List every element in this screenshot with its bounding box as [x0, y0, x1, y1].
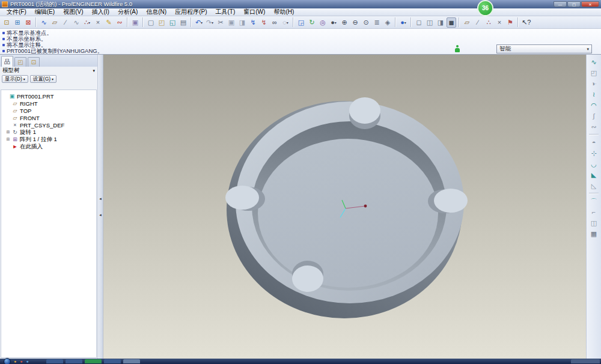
- redo-icon[interactable]: ↷ ▾: [205, 17, 215, 28]
- draft-tool-icon[interactable]: ◺: [588, 181, 599, 190]
- shaded-icon[interactable]: ◼: [447, 17, 456, 28]
- menu-item[interactable]: 窗口(W): [239, 8, 269, 16]
- tree-item[interactable]: ▱ FRONT: [1, 114, 96, 121]
- swept-blend-tool-icon[interactable]: ∫: [588, 111, 599, 121]
- sketch-tool-icon[interactable]: ▦: [588, 229, 599, 238]
- folder-browser-tab[interactable]: ◰: [14, 57, 26, 67]
- helical-sweep-tool-icon[interactable]: ∾: [588, 122, 599, 132]
- paste-icon[interactable]: ◨: [237, 17, 247, 28]
- cut-icon[interactable]: ✂: [216, 17, 225, 28]
- ashtray-model-canvas[interactable]: [103, 55, 586, 359]
- selection-filter-dropdown[interactable]: 智能 ▾: [496, 44, 592, 53]
- settings-dropdown-button[interactable]: 设置(G) ▾: [30, 75, 56, 83]
- revolve-tool-icon[interactable]: ◑ ·: [588, 79, 599, 88]
- window-close-icon[interactable]: ⊠: [23, 17, 33, 28]
- open-file-icon[interactable]: ◰: [157, 17, 166, 28]
- no-hidden-icon[interactable]: ◨: [436, 17, 445, 28]
- menu-item[interactable]: 分析(A): [114, 8, 142, 16]
- print-icon[interactable]: ▤: [178, 17, 188, 28]
- view-manager-icon[interactable]: ◈: [383, 17, 392, 28]
- copy-icon[interactable]: ▣: [227, 17, 236, 28]
- style-curve-icon[interactable]: ∾: [115, 17, 124, 28]
- appearance-sphere-icon[interactable]: ● ▾: [329, 17, 338, 28]
- collapse-arrow-icon[interactable]: ◂: [99, 196, 102, 201]
- menu-item[interactable]: 工具(T): [212, 8, 240, 16]
- regenerate-icon[interactable]: ↯: [248, 17, 258, 28]
- copy-geometry-icon[interactable]: ▣: [130, 17, 140, 28]
- undo-icon[interactable]: ↶ ▾: [194, 17, 204, 28]
- model-tree-tab[interactable]: 品: [1, 56, 13, 67]
- extrude-tool-icon[interactable]: ◰: [588, 68, 599, 77]
- minimize-button[interactable]: —: [554, 1, 567, 7]
- orient-mode-icon[interactable]: ↻: [307, 17, 317, 28]
- 3d-viewport[interactable]: [103, 55, 586, 359]
- zoom-in-icon[interactable]: ⊕: [340, 17, 349, 28]
- select-box-icon[interactable]: ◌ ▾: [281, 17, 290, 28]
- tree-item[interactable]: ▱ RIGHT: [1, 100, 96, 107]
- boundary-blend-tool-icon[interactable]: ◠: [588, 100, 599, 110]
- hidden-line-icon[interactable]: ◫: [425, 17, 435, 28]
- datum-point-icon[interactable]: ∴ ▾: [82, 17, 92, 28]
- display-style-icon[interactable]: ● ▾: [398, 17, 408, 28]
- tree-item[interactable]: × PRT_CSYS_DEF: [1, 121, 96, 129]
- shell-tool-icon[interactable]: ◡: [588, 159, 599, 169]
- window-new-icon[interactable]: ⊡: [2, 17, 11, 28]
- taskbar-window-button[interactable]: [46, 359, 63, 363]
- show-dropdown-button[interactable]: 显示(D) ▾: [2, 75, 28, 83]
- menu-item[interactable]: 视图(V): [59, 8, 87, 16]
- menu-item[interactable]: 插入(I): [87, 8, 113, 16]
- taskbar-window-button[interactable]: [66, 359, 82, 363]
- window-activate-icon[interactable]: ⊞: [13, 17, 22, 28]
- mirror-tool-icon[interactable]: ◫: [588, 218, 599, 228]
- datum-plane-icon[interactable]: ▱: [50, 17, 59, 28]
- datum-curve-icon[interactable]: ∿: [39, 17, 49, 28]
- refit-icon[interactable]: ⊙: [361, 17, 371, 28]
- chevron-down-icon[interactable]: ▾: [93, 68, 95, 73]
- datum-csys-toggle-icon[interactable]: ×: [495, 17, 504, 28]
- layer-icon[interactable]: ≣: [372, 17, 382, 28]
- start-button[interactable]: [4, 358, 11, 364]
- menu-item[interactable]: 文件(F): [2, 8, 31, 16]
- zoom-out-icon[interactable]: ⊖: [350, 17, 360, 28]
- style-tool-icon[interactable]: ∿: [588, 57, 599, 67]
- annotations-toggle-icon[interactable]: ⚑: [505, 17, 515, 28]
- datum-planes-toggle-icon[interactable]: ▱: [462, 17, 472, 28]
- datum-csys-icon[interactable]: ×: [93, 17, 103, 28]
- collapse-arrow-icon[interactable]: ◂: [99, 213, 102, 217]
- round-tool-icon[interactable]: ⌒: [588, 196, 599, 206]
- spin-center-icon[interactable]: ◎: [318, 17, 328, 28]
- menu-item[interactable]: 信息(N): [142, 8, 171, 16]
- rib-tool-icon[interactable]: ◣: [588, 170, 599, 180]
- tree-item[interactable]: ► 在此插入: [1, 143, 96, 150]
- datum-axes-toggle-icon[interactable]: ∕: [473, 17, 483, 28]
- tree-item[interactable]: ⊞ ↻ 旋转 1: [1, 129, 96, 136]
- datum-points-toggle-icon[interactable]: ∴: [484, 17, 493, 28]
- taskbar-window-button[interactable]: [123, 359, 140, 363]
- find-icon[interactable]: ∞: [270, 17, 279, 28]
- maximize-button[interactable]: ▢: [567, 1, 581, 7]
- tree-item[interactable]: ▣ PRT0001.PRT: [1, 93, 96, 100]
- sketch-icon[interactable]: ✎: [104, 17, 114, 28]
- panel-splitter[interactable]: ◂◂: [98, 55, 103, 359]
- close-button[interactable]: ✕: [581, 1, 599, 7]
- save-icon[interactable]: ◱: [168, 17, 177, 28]
- auto-regenerate-icon[interactable]: ↯: [259, 17, 269, 28]
- new-file-icon[interactable]: ▢: [146, 17, 156, 28]
- context-help-icon[interactable]: ↖?: [521, 17, 531, 28]
- taskbar-icon[interactable]: ●: [14, 359, 16, 363]
- tree-item[interactable]: ⊞ ⊞ 阵列 1 / 拉伸 1: [1, 136, 96, 143]
- menu-item[interactable]: 应用程序(P): [171, 8, 211, 16]
- taskbar-window-button[interactable]: [85, 359, 102, 363]
- ashtray-model[interactable]: [225, 97, 468, 318]
- tree-item[interactable]: ▱ TOP: [1, 107, 96, 114]
- chamfer-tool-icon[interactable]: ⌐: [588, 207, 599, 217]
- taskbar-icon[interactable]: ●: [20, 359, 22, 363]
- taskbar-window-button[interactable]: [104, 359, 121, 363]
- variable-section-sweep-tool-icon[interactable]: ≀: [588, 89, 599, 99]
- wireframe-icon[interactable]: ◻: [414, 17, 424, 28]
- repaint-icon[interactable]: ◲: [296, 17, 306, 28]
- taskbar-icon[interactable]: ●: [26, 359, 28, 363]
- datum-axis-icon[interactable]: ∕: [61, 17, 70, 28]
- menu-item[interactable]: 帮助(H): [269, 8, 298, 16]
- hole-tool-icon[interactable]: ⊹: [588, 148, 599, 158]
